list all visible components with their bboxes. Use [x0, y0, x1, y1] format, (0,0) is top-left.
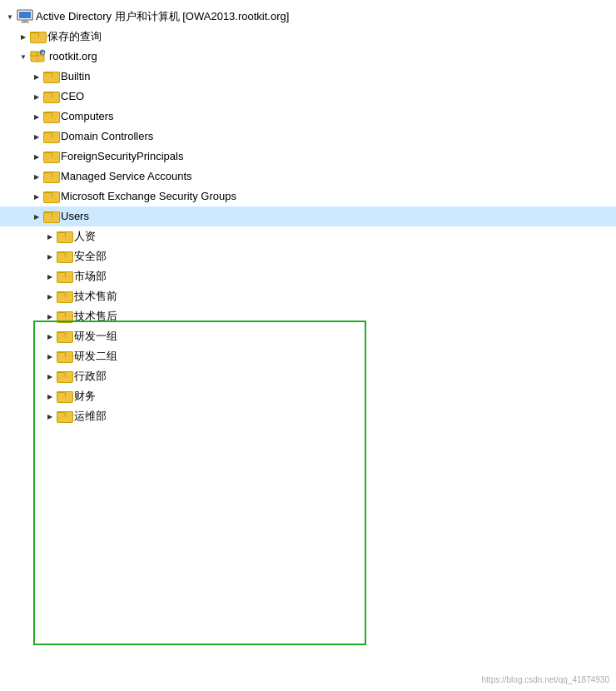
yanfa-yi-icon	[57, 330, 72, 343]
yunweibu-label: 运维部	[74, 408, 107, 425]
domain-icon: 🔑	[30, 49, 47, 64]
shichangbu-node[interactable]: 市场部	[0, 266, 616, 286]
tree-container: Active Directory 用户和计算机 [OWA2013.rootkit…	[0, 0, 616, 691]
jishu-shouqian-node[interactable]: 技术售前	[0, 286, 616, 306]
root-label: Active Directory 用户和计算机 [OWA2013.rootkit…	[36, 8, 289, 25]
renzi-icon	[57, 230, 72, 243]
foreign-security-icon	[43, 150, 58, 163]
root-expand-arrow[interactable]	[3, 10, 17, 23]
users-icon	[43, 210, 58, 223]
managed-service-arrow[interactable]	[30, 170, 43, 183]
computers-node[interactable]: Computers	[0, 107, 616, 127]
yanfa-yi-arrow[interactable]	[43, 330, 57, 343]
renzi-arrow[interactable]	[43, 230, 57, 243]
ceo-label: CEO	[61, 88, 84, 105]
domain-controllers-node[interactable]: Domain Controllers	[0, 127, 616, 147]
svg-rect-1	[19, 12, 31, 18]
yanfa-yi-label: 研发一组	[74, 328, 117, 345]
yanfa-er-node[interactable]: 研发二组	[0, 346, 616, 366]
domain-controllers-icon	[43, 130, 58, 143]
rootkit-org-arrow[interactable]	[17, 50, 30, 63]
managed-service-node[interactable]: Managed Service Accounts	[0, 167, 616, 186]
caiwu-node[interactable]: 财务	[0, 386, 616, 406]
shichangbu-label: 市场部	[74, 268, 107, 285]
rootkit-org-icon: 🔑	[30, 49, 47, 64]
saved-queries-label: 保存的查询	[47, 28, 102, 45]
svg-rect-3	[21, 22, 29, 23]
ms-exchange-arrow[interactable]	[30, 190, 43, 203]
jishu-shouhou-node[interactable]: 技术售后	[0, 306, 616, 326]
foreign-security-label: ForeignSecurityPrincipals	[61, 148, 183, 165]
yunweibu-icon	[57, 410, 72, 423]
builtin-label: Builtin	[61, 68, 90, 85]
ad-root-icon	[17, 9, 33, 24]
jishu-shouqian-label: 技术售前	[74, 288, 117, 305]
ceo-arrow[interactable]	[30, 90, 43, 103]
computers-arrow[interactable]	[30, 110, 43, 123]
saved-queries-arrow[interactable]	[17, 30, 30, 43]
jishu-shouhou-arrow[interactable]	[43, 310, 57, 323]
caiwu-icon	[57, 390, 72, 403]
yanfa-er-arrow[interactable]	[43, 350, 57, 363]
jishu-shouqian-arrow[interactable]	[43, 290, 57, 303]
ms-exchange-node[interactable]: Microsoft Exchange Security Groups	[0, 186, 616, 206]
anquanbu-label: 安全部	[74, 248, 107, 265]
builtin-node[interactable]: Builtin	[0, 67, 616, 87]
ceo-node[interactable]: CEO	[0, 87, 616, 107]
watermark: https://blog.csdn.net/qq_41874930	[482, 675, 609, 684]
domain-controllers-arrow[interactable]	[30, 130, 43, 143]
yunweibu-node[interactable]: 运维部	[0, 406, 616, 426]
svg-rect-2	[22, 20, 27, 22]
users-arrow[interactable]	[30, 210, 43, 223]
shichangbu-arrow[interactable]	[43, 270, 57, 283]
xingzhengbu-node[interactable]: 行政部	[0, 366, 616, 386]
rootkit-org-label: rootkit.org	[49, 48, 97, 65]
foreign-security-arrow[interactable]	[30, 150, 43, 163]
caiwu-label: 财务	[74, 388, 96, 405]
root-icon-wrapper	[17, 9, 33, 24]
saved-queries-node[interactable]: 保存的查询	[0, 27, 616, 47]
yanfa-er-label: 研发二组	[74, 348, 117, 365]
xingzhengbu-arrow[interactable]	[43, 370, 57, 383]
xingzhengbu-icon	[57, 370, 72, 383]
renzi-node[interactable]: 人资	[0, 226, 616, 246]
yanfa-er-icon	[57, 350, 72, 363]
saved-queries-icon	[30, 30, 45, 43]
foreign-security-node[interactable]: ForeignSecurityPrincipals	[0, 147, 616, 167]
jishu-shouhou-label: 技术售后	[74, 308, 117, 325]
jishu-shouqian-icon	[57, 290, 72, 303]
computers-label: Computers	[61, 108, 114, 125]
svg-text:🔑: 🔑	[41, 52, 45, 56]
managed-service-label: Managed Service Accounts	[61, 168, 192, 185]
ms-exchange-icon	[43, 190, 58, 203]
anquanbu-arrow[interactable]	[43, 250, 57, 263]
users-label: Users	[61, 208, 89, 225]
users-node[interactable]: Users	[0, 206, 616, 226]
root-node[interactable]: Active Directory 用户和计算机 [OWA2013.rootkit…	[0, 7, 616, 27]
computers-icon	[43, 110, 58, 123]
managed-service-icon	[43, 170, 58, 183]
yanfa-yi-node[interactable]: 研发一组	[0, 326, 616, 346]
yunweibu-arrow[interactable]	[43, 410, 57, 423]
caiwu-arrow[interactable]	[43, 390, 57, 403]
domain-controllers-label: Domain Controllers	[61, 128, 153, 145]
rootkit-org-node[interactable]: 🔑 rootkit.org	[0, 47, 616, 67]
ceo-icon	[43, 90, 58, 103]
jishu-shouhou-icon	[57, 310, 72, 323]
renzi-label: 人资	[74, 228, 96, 245]
xingzhengbu-label: 行政部	[74, 368, 107, 385]
anquanbu-icon	[57, 250, 72, 263]
builtin-icon	[43, 70, 58, 83]
anquanbu-node[interactable]: 安全部	[0, 246, 616, 266]
shichangbu-icon	[57, 270, 72, 283]
ms-exchange-label: Microsoft Exchange Security Groups	[61, 188, 236, 205]
builtin-arrow[interactable]	[30, 70, 43, 83]
